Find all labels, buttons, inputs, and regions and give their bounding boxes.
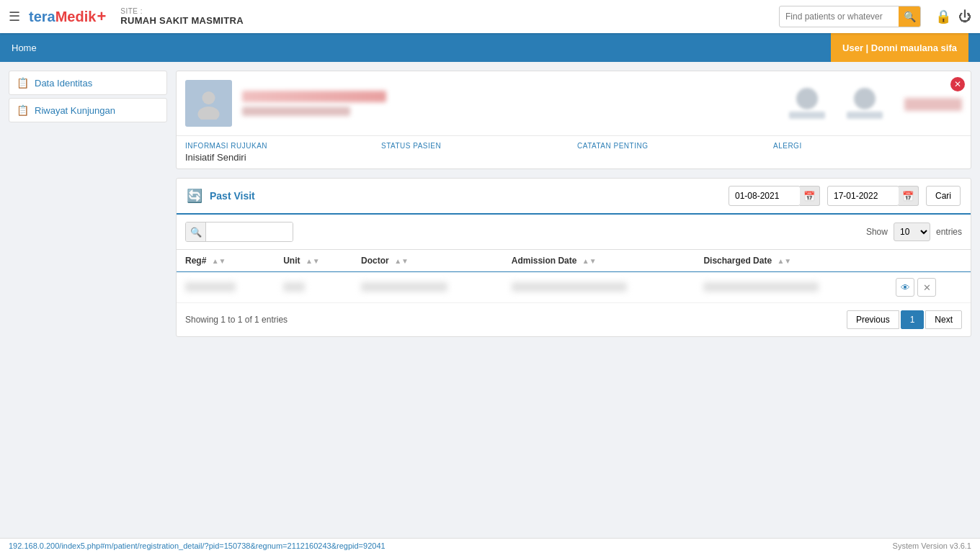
calendar-icon: 📅 — [902, 191, 914, 202]
col-admission-date: Admission Date ▲▼ — [503, 250, 695, 272]
col-unit: Unit ▲▼ — [275, 250, 352, 272]
cell-admission-date — [503, 272, 695, 303]
home-breadcrumb[interactable]: Home — [12, 42, 37, 53]
gender-label — [789, 112, 825, 119]
col-discharged-date: Discharged Date ▲▼ — [695, 250, 887, 272]
calendar-icon: 📅 — [803, 191, 815, 202]
patient-name-blurred — [242, 91, 386, 102]
patient-sub-blurred — [242, 107, 350, 116]
content-area: ✕ INFORMASI RUJUKAN Inisiatif Sendiri ST… — [176, 71, 971, 337]
sidebar-item-label: Data Identitas — [35, 78, 92, 89]
search-button[interactable]: 🔍 — [899, 6, 920, 27]
close-icon: ✕ — [954, 79, 961, 89]
logo-tera: tera — [29, 9, 55, 25]
info-field-status: STATUS PASIEN — [381, 142, 570, 163]
patient-info-row: INFORMASI RUJUKAN Inisiatif Sendiri STAT… — [177, 135, 971, 168]
patient-card-header: ✕ — [177, 71, 971, 135]
delete-button[interactable]: ✕ — [917, 278, 936, 297]
info-field-rujukan: INFORMASI RUJUKAN Inisiatif Sendiri — [185, 142, 374, 163]
user-button[interactable]: User | Donni maulana sifa — [831, 33, 968, 62]
rujukan-label: INFORMASI RUJUKAN — [185, 142, 374, 150]
catatan-label: CATATAN PENTING — [577, 142, 766, 150]
rujukan-value: Inisiatif Sendiri — [185, 152, 374, 163]
date-to-calendar-button[interactable]: 📅 — [899, 186, 919, 206]
table-search-input[interactable] — [206, 222, 293, 242]
col-reg: Reg# ▲▼ — [177, 250, 275, 272]
table-row: 👁 ✕ — [177, 272, 971, 303]
sidebar: 📋 Data Identitas 📋 Riwayat Kunjungan — [9, 71, 167, 337]
search-box: 🔍 — [779, 6, 921, 27]
table-search-wrap: 🔍 — [185, 222, 293, 242]
doctor-value-blurred — [361, 282, 447, 292]
close-button[interactable]: ✕ — [950, 77, 965, 91]
cell-reg — [177, 272, 275, 303]
date-from-calendar-button[interactable]: 📅 — [800, 186, 820, 206]
date-from-input[interactable] — [729, 186, 801, 206]
cell-unit — [275, 272, 352, 303]
date-to-group: 📅 — [827, 186, 919, 206]
lock-icon[interactable]: 🔒 — [935, 9, 951, 24]
sort-arrows-reg: ▲▼ — [212, 257, 226, 265]
entries-select[interactable]: 10 25 50 100 — [894, 222, 930, 241]
sort-arrows-admission: ▲▼ — [582, 257, 597, 265]
row-actions: 👁 ✕ — [896, 278, 962, 297]
alergi-label: ALERGI — [773, 142, 962, 150]
id-value — [904, 98, 962, 111]
age-icon — [854, 88, 876, 109]
table-controls: 🔍 Show 10 25 50 100 entries — [177, 215, 971, 249]
patient-avatar — [185, 80, 232, 127]
hamburger-icon[interactable]: ☰ — [9, 9, 20, 24]
patient-card: ✕ INFORMASI RUJUKAN Inisiatif Sendiri ST… — [176, 71, 971, 169]
cell-discharged-date — [695, 272, 887, 303]
data-identitas-icon: 📋 — [17, 77, 29, 89]
riwayat-kunjungan-icon: 📋 — [17, 104, 29, 116]
sort-arrows-doctor: ▲▼ — [394, 257, 409, 265]
site-label: SITE : — [120, 7, 244, 15]
discharged-date-blurred — [703, 282, 819, 292]
patient-extra-id — [904, 96, 962, 111]
navbar: ☰ teraMedik+ SITE : RUMAH SAKIT MASMITRA… — [0, 0, 980, 33]
power-icon[interactable]: ⏻ — [958, 9, 971, 24]
svg-point-0 — [202, 91, 215, 104]
pagination-buttons: Previous 1 Next — [847, 310, 962, 329]
logo: teraMedik+ — [29, 7, 106, 26]
pagination-row: Showing 1 to 1 of 1 entries Previous 1 N… — [177, 303, 971, 336]
admission-date-blurred — [512, 282, 627, 292]
entries-text: entries — [936, 227, 962, 237]
table-search-icon: 🔍 — [186, 222, 206, 242]
past-visit-header: 🔄 Past Visit 📅 📅 Cari — [177, 179, 971, 215]
past-visit-title: Past Visit — [210, 190, 721, 202]
age-label — [847, 112, 883, 119]
col-doctor: Doctor ▲▼ — [352, 250, 503, 272]
reg-value-blurred — [185, 282, 236, 292]
breadcrumb-bar: Home User | Donni maulana sifa — [0, 33, 980, 62]
show-label: Show — [866, 227, 888, 237]
date-to-input[interactable] — [827, 186, 899, 206]
status-label: STATUS PASIEN — [381, 142, 570, 150]
gender-icon — [796, 88, 818, 109]
sidebar-item-riwayat-kunjungan[interactable]: 📋 Riwayat Kunjungan — [9, 98, 167, 122]
data-table: Reg# ▲▼ Unit ▲▼ Doctor ▲▼ Admission Da — [177, 249, 971, 303]
previous-button[interactable]: Previous — [847, 310, 899, 329]
site-info: SITE : RUMAH SAKIT MASMITRA — [120, 7, 244, 26]
logo-medik: Medik — [55, 9, 97, 25]
date-from-group: 📅 — [729, 186, 820, 206]
logo-plus: + — [97, 7, 106, 26]
sort-arrows-discharged: ▲▼ — [777, 257, 791, 265]
cari-button[interactable]: Cari — [926, 186, 961, 206]
next-button[interactable]: Next — [925, 310, 962, 329]
sidebar-item-data-identitas[interactable]: 📋 Data Identitas — [9, 71, 167, 95]
site-name: RUMAH SAKIT MASMITRA — [120, 15, 244, 26]
col-actions — [887, 250, 971, 272]
patient-extra — [789, 88, 962, 119]
search-input[interactable] — [780, 12, 899, 22]
patient-info — [242, 91, 779, 116]
page-1-button[interactable]: 1 — [901, 310, 925, 329]
patient-extra-age — [847, 88, 883, 119]
cell-doctor — [352, 272, 503, 303]
past-visit-card: 🔄 Past Visit 📅 📅 Cari — [176, 178, 971, 337]
pagination-info: Showing 1 to 1 of 1 entries — [185, 315, 288, 325]
patient-extra-gender — [789, 88, 825, 119]
view-button[interactable]: 👁 — [896, 278, 914, 297]
sort-arrows-unit: ▲▼ — [306, 257, 320, 265]
